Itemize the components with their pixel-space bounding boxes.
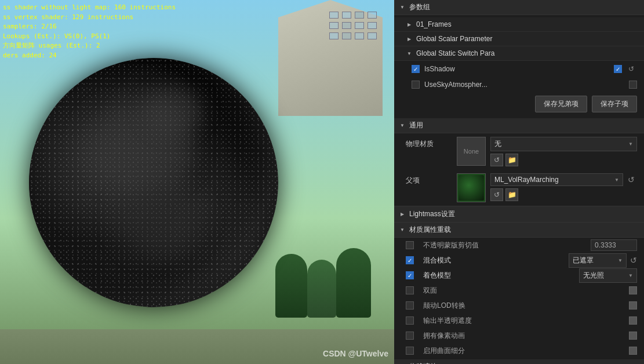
moon-dark-patch-1 xyxy=(87,104,191,185)
frames-title: 01_Frames xyxy=(416,20,452,28)
use-sky-checkbox-left[interactable] xyxy=(412,81,420,89)
static-switch-title: Global Static Switch Para xyxy=(416,49,494,57)
parent-actions: ↺ 📁 xyxy=(490,188,637,201)
scalar-chevron xyxy=(406,35,413,42)
physical-material-refresh-btn[interactable]: ↺ xyxy=(490,154,503,166)
blend-mode-dropdown[interactable]: 已遮罩 ▼ xyxy=(569,253,627,268)
is-shadow-checkbox-left[interactable] xyxy=(412,65,420,73)
physical-material-browse-btn[interactable]: 📁 xyxy=(505,154,518,166)
physical-material-dropdown[interactable]: 无 ▼ xyxy=(490,137,637,151)
debug-line-6: ders added: 24 xyxy=(3,51,176,61)
parent-right: ML_VolRayMarching ▼ ↺ ↺ 📁 xyxy=(490,173,637,201)
parent-refresh-btn[interactable]: ↺ xyxy=(490,188,503,201)
translucency-label: 输出半透明遮度 xyxy=(423,316,624,326)
use-sky-checkbox-right[interactable] xyxy=(629,81,637,89)
pixel-anim-row: 拥有像素动画 xyxy=(394,328,644,343)
blend-mode-checkbox[interactable] xyxy=(406,256,414,264)
lightmass-chevron xyxy=(399,211,406,218)
is-shadow-reset[interactable]: ↺ xyxy=(625,63,637,75)
debug-line-5: 方向量矩阵 usages (Est.): 2 xyxy=(3,41,176,51)
moon-dark-patch-2 xyxy=(116,185,203,255)
frames-subsection-header[interactable]: 01_Frames xyxy=(394,17,644,32)
general-title: 通用 xyxy=(409,121,423,130)
material-override-title: 材质属性重载 xyxy=(409,225,451,235)
watermark: CSDN @UTwelve xyxy=(323,349,388,358)
position-scale-header[interactable]: 位移缩放 xyxy=(394,359,644,364)
lod-checkbox[interactable] xyxy=(406,301,414,310)
tessellation-indicator xyxy=(629,347,637,355)
building-windows xyxy=(329,12,377,71)
moon-texture xyxy=(29,58,278,307)
blend-mode-reset[interactable]: ↺ xyxy=(630,256,637,265)
lightmass-header[interactable]: Lightmass设置 xyxy=(394,206,644,223)
two-sided-value xyxy=(629,286,637,294)
is-shadow-controls: ↺ xyxy=(614,63,637,75)
parent-browse-btn[interactable]: 📁 xyxy=(505,188,518,201)
translucency-row: 输出半透明遮度 xyxy=(394,313,644,328)
physical-material-right: 无 ▼ ↺ 📁 xyxy=(490,137,637,166)
pixel-anim-indicator xyxy=(629,332,637,340)
shading-model-dropdown[interactable]: 无光照 ▼ xyxy=(579,268,637,283)
lod-row: 颠动LOD转换 xyxy=(394,298,644,313)
is-shadow-row: IsShadow ↺ xyxy=(394,61,644,77)
tessellation-value xyxy=(629,347,637,355)
lod-label: 颠动LOD转换 xyxy=(423,301,624,311)
general-section-header[interactable]: 通用 xyxy=(394,118,644,133)
material-override-header[interactable]: 材质属性重载 xyxy=(394,223,644,238)
scalar-title: Global Scalar Parameter xyxy=(416,35,492,43)
opacity-mask-checkbox[interactable] xyxy=(406,241,414,249)
shading-model-value: 无光照 ▼ xyxy=(579,268,637,283)
lightmass-title: Lightmass设置 xyxy=(409,209,455,219)
parent-dropdown[interactable]: ML_VolRayMarching ▼ xyxy=(490,173,623,186)
parent-reset[interactable]: ↺ xyxy=(625,174,637,185)
frames-section-content: 01_Frames Global Scalar Parameter Global… xyxy=(394,15,644,118)
moon-dots xyxy=(29,58,278,307)
physical-material-row: 物理材质 None 无 ▼ ↺ 📁 xyxy=(394,133,644,170)
position-scale-title: 位移缩放 xyxy=(409,362,437,364)
shading-model-arrow: ▼ xyxy=(628,273,633,278)
shading-model-checkbox[interactable] xyxy=(406,271,414,279)
material-override-chevron xyxy=(399,227,406,234)
svg-point-1 xyxy=(29,58,278,307)
is-shadow-checkbox-right[interactable] xyxy=(614,65,622,73)
two-sided-label: 双面 xyxy=(423,286,624,296)
physical-material-arrow: ▼ xyxy=(628,141,633,147)
translucency-checkbox[interactable] xyxy=(406,316,414,325)
pixel-anim-checkbox[interactable] xyxy=(406,332,414,340)
opacity-mask-input[interactable] xyxy=(591,239,637,251)
params-group-header[interactable]: 参数组 xyxy=(394,0,644,15)
tessellation-label: 启用曲面细分 xyxy=(423,346,624,356)
physical-material-label: 物理材质 xyxy=(406,137,452,149)
physical-material-actions: ↺ 📁 xyxy=(490,154,637,166)
debug-line-3: samplers: 2/16 xyxy=(3,22,176,32)
params-group-title: 参数组 xyxy=(409,2,430,12)
translucency-indicator xyxy=(629,316,637,325)
physical-material-value: 无 xyxy=(494,139,501,149)
parent-thumbnail xyxy=(457,173,486,202)
opacity-mask-value xyxy=(591,239,637,251)
scalar-subsection-header[interactable]: Global Scalar Parameter xyxy=(394,32,644,46)
save-sibling-button[interactable]: 保存兄弟项 xyxy=(535,96,587,112)
none-label: None xyxy=(464,148,479,155)
two-sided-checkbox[interactable] xyxy=(406,286,414,294)
save-child-button[interactable]: 保存子项 xyxy=(592,96,637,112)
parent-select-row: ML_VolRayMarching ▼ ↺ xyxy=(490,173,637,186)
debug-line-4: Lookups (Est.): VS(0), PS(1) xyxy=(3,32,176,42)
lod-indicator xyxy=(629,301,637,310)
parent-label: 父项 xyxy=(406,173,452,185)
svg-rect-2 xyxy=(29,58,278,307)
parent-row: 父项 ML_VolRayMarching ▼ ↺ ↺ 📁 xyxy=(394,170,644,206)
tessellation-checkbox[interactable] xyxy=(406,347,414,355)
debug-overlay: ss shader without light map: 160 instruc… xyxy=(3,3,176,60)
physical-material-thumbnail: None xyxy=(457,137,486,166)
general-chevron xyxy=(399,122,406,129)
static-switch-header[interactable]: Global Static Switch Para xyxy=(394,46,644,61)
pixel-anim-value xyxy=(629,332,637,340)
blend-mode-value: 已遮罩 ▼ ↺ xyxy=(569,253,637,268)
params-group-chevron xyxy=(399,4,406,11)
debug-line-2: ss vertex shader: 129 instructions xyxy=(3,13,176,23)
blend-mode-row: 混合模式 已遮罩 ▼ ↺ xyxy=(394,253,644,268)
shading-model-row: 着色模型 无光照 ▼ xyxy=(394,268,644,283)
shading-model-label: 着色模型 xyxy=(423,271,574,281)
use-sky-row: UseSkyAtmospher... xyxy=(394,77,644,92)
